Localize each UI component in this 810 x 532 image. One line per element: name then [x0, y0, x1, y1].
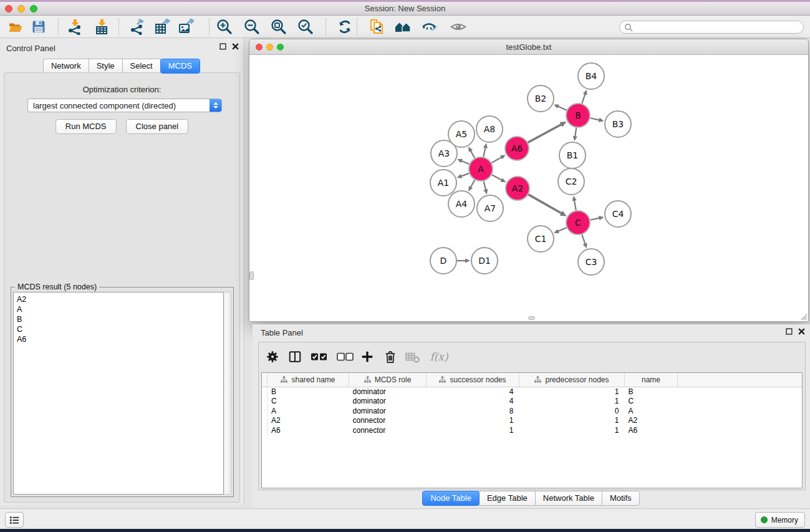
graph-node-A7[interactable]: A7	[477, 195, 503, 221]
tab-network-table[interactable]: Network Table	[535, 491, 602, 506]
table-cell[interactable]: A6	[268, 426, 349, 436]
export-table-button[interactable]	[152, 17, 173, 36]
graph-node-C4[interactable]: C4	[605, 201, 631, 227]
add-row-button[interactable]	[359, 348, 375, 365]
table-cell[interactable]: dominator	[349, 407, 427, 417]
tab-node-table[interactable]: Node Table	[422, 491, 480, 506]
table-options-button[interactable]	[264, 348, 281, 365]
function-builder-button[interactable]: f(x)	[428, 348, 450, 365]
table-cell[interactable]: B	[268, 387, 349, 397]
graph-node-C1[interactable]: C1	[528, 226, 554, 252]
graph-edge-B-B4[interactable]	[582, 90, 587, 104]
network-canvas[interactable]: AA1A2A3A4A5A6A7A8BB1B2B3B4CC1C2C3C4DD1	[249, 56, 808, 321]
float-panel-icon[interactable]	[219, 43, 226, 50]
graph-edge-B-B3[interactable]	[591, 118, 604, 122]
table-row[interactable]: Adominator80A	[262, 407, 802, 417]
graph-edge-C-C3[interactable]	[582, 235, 587, 248]
graph-node-A[interactable]: A	[469, 157, 493, 181]
graph-edge-A-A6[interactable]	[491, 155, 505, 163]
export-image-button[interactable]	[175, 17, 196, 36]
tab-mcds[interactable]: MCDS	[160, 59, 200, 74]
save-session-button[interactable]	[28, 17, 49, 36]
zoom-selected-button[interactable]	[295, 17, 316, 36]
graph-node-C2[interactable]: C2	[558, 168, 584, 195]
table-cell[interactable]: dominator	[349, 387, 427, 397]
table-cell[interactable]: 4	[427, 387, 519, 397]
table-cell[interactable]: 1	[427, 416, 519, 426]
tab-network[interactable]: Network	[43, 59, 89, 74]
table-cell[interactable]: dominator	[349, 397, 427, 407]
graph-edge-A-A3[interactable]	[457, 159, 469, 164]
graph-edge-B-B2[interactable]	[554, 104, 567, 110]
result-item[interactable]: A	[17, 304, 223, 314]
close-panel-icon[interactable]	[232, 43, 239, 50]
graph-node-A2[interactable]: A2	[506, 177, 529, 200]
table-cell[interactable]: 0	[519, 407, 625, 417]
result-item[interactable]: C	[17, 324, 223, 334]
column-header-predecessor-nodes[interactable]: predecessor nodes	[519, 373, 625, 387]
close-panel-button[interactable]: Close panel	[126, 119, 189, 134]
column-header-shared-name[interactable]: shared name	[268, 373, 349, 387]
graph-edge-A-A2[interactable]	[492, 175, 506, 182]
graph-edge-D-D1[interactable]	[457, 258, 470, 263]
open-file-button[interactable]	[5, 17, 26, 36]
graph-node-A8[interactable]: A8	[476, 116, 503, 142]
search-field[interactable]	[619, 21, 804, 34]
column-header-successor-nodes[interactable]: successor nodes	[427, 373, 519, 387]
graph-node-A4[interactable]: A4	[448, 191, 475, 217]
zoom-out-button[interactable]	[241, 17, 263, 36]
float-panel-icon[interactable]	[786, 328, 793, 335]
criterion-dropdown[interactable]: largest connected component (directed)	[27, 99, 222, 112]
zoom-in-button[interactable]	[214, 17, 235, 36]
mcds-result-list[interactable]: A2ABCA6	[13, 292, 224, 495]
table-cell[interactable]: 1	[519, 387, 625, 397]
column-header-name[interactable]: name	[625, 373, 678, 387]
tab-edge-table[interactable]: Edge Table	[479, 491, 536, 506]
show-hide-graphics-button[interactable]	[419, 17, 440, 36]
close-panel-icon[interactable]	[798, 328, 805, 335]
graph-edge-A-A5[interactable]	[468, 147, 475, 158]
table-cell[interactable]: B	[625, 387, 678, 397]
graph-edge-A2-C[interactable]	[528, 195, 566, 216]
table-cell[interactable]: A	[268, 407, 349, 417]
graph-node-C[interactable]: C	[566, 211, 590, 235]
graph-edge-A-A8[interactable]	[483, 143, 488, 157]
table-cell[interactable]: C	[625, 397, 678, 407]
graph-edge-A-A1[interactable]	[457, 173, 470, 178]
table-cell[interactable]: A6	[625, 426, 678, 436]
resize-grip[interactable]	[799, 312, 808, 321]
result-item[interactable]: A6	[17, 334, 223, 344]
select-all-button[interactable]	[309, 348, 328, 365]
table-cell[interactable]: 1	[427, 426, 519, 436]
graph-node-B2[interactable]: B2	[528, 85, 554, 112]
tab-motifs[interactable]: Motifs	[602, 491, 640, 506]
graph-node-A5[interactable]: A5	[448, 121, 475, 147]
graph-node-D[interactable]: D	[430, 248, 456, 274]
horizontal-scrollbar-thumb[interactable]	[528, 316, 535, 320]
table-row[interactable]: A6connector11A6	[262, 426, 802, 436]
table-cell[interactable]: A2	[268, 416, 349, 426]
import-table-button[interactable]	[91, 17, 112, 36]
network-graph[interactable]: AA1A2A3A4A5A6A7A8BB1B2B3B4CC1C2C3C4DD1	[249, 56, 808, 322]
table-cell[interactable]: 4	[427, 397, 519, 407]
table-cell[interactable]: 1	[519, 397, 625, 407]
graph-edge-C-C2[interactable]	[572, 196, 577, 211]
vertical-scrollbar-thumb[interactable]	[249, 271, 254, 280]
graph-node-B3[interactable]: B3	[605, 111, 631, 137]
node-table-container[interactable]: shared nameMCDS rolesuccessor nodesprede…	[261, 372, 803, 488]
table-cell[interactable]: A2	[625, 416, 678, 426]
table-cell[interactable]: connector	[349, 426, 427, 436]
tab-style[interactable]: Style	[89, 59, 123, 74]
table-cell[interactable]: A	[625, 407, 678, 417]
graph-edge-A-A7[interactable]	[483, 181, 488, 194]
result-item[interactable]: A2	[17, 294, 223, 304]
graph-node-B1[interactable]: B1	[559, 142, 586, 168]
refresh-view-button[interactable]	[334, 17, 355, 36]
graph-edge-A-A4[interactable]	[468, 180, 475, 191]
network-window-titlebar[interactable]: testGlobe.txt	[249, 39, 808, 55]
graph-node-B[interactable]: B	[566, 104, 590, 127]
delete-row-button[interactable]	[382, 348, 398, 365]
run-mcds-button[interactable]: Run MCDS	[55, 119, 117, 134]
graph-edge-C-C1[interactable]	[554, 228, 567, 233]
tab-select[interactable]: Select	[122, 59, 161, 74]
